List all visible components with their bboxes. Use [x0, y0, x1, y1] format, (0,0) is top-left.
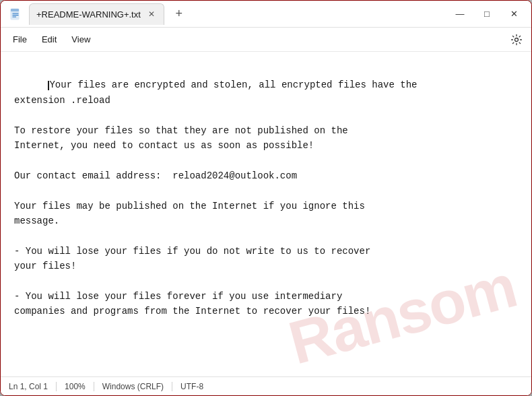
minimize-button[interactable]: — — [448, 5, 472, 24]
tab-area: +README-WARNING+.txt ✕ + — [6, 3, 448, 25]
tab-title: +README-WARNING+.txt — [36, 9, 141, 20]
encoding: UTF-8 — [172, 382, 211, 391]
tab-close-button[interactable]: ✕ — [146, 9, 157, 20]
main-window: +README-WARNING+.txt ✕ + — □ ✕ File Edit… — [0, 0, 532, 396]
menu-file[interactable]: File — [6, 32, 34, 47]
notepad-icon — [6, 5, 25, 24]
line-ending: Windows (CRLF) — [94, 382, 172, 391]
menubar-right — [507, 30, 526, 49]
titlebar: +README-WARNING+.txt ✕ + — □ ✕ — [1, 1, 531, 28]
svg-point-5 — [515, 38, 519, 41]
new-tab-button[interactable]: + — [170, 5, 189, 24]
statusbar: Ln 1, Col 1 100% Windows (CRLF) UTF-8 — [1, 376, 531, 395]
close-button[interactable]: ✕ — [502, 5, 526, 24]
text-editor-content[interactable]: Ransom Your files are encrypted and stol… — [1, 52, 531, 376]
menu-edit[interactable]: Edit — [35, 32, 63, 47]
menubar: File Edit View — [1, 28, 531, 52]
cursor-position: Ln 1, Col 1 — [9, 382, 57, 391]
svg-rect-1 — [11, 9, 19, 11]
menu-view[interactable]: View — [65, 32, 97, 47]
zoom-level: 100% — [57, 382, 94, 391]
active-tab[interactable]: +README-WARNING+.txt ✕ — [29, 3, 164, 25]
settings-icon[interactable] — [507, 30, 526, 49]
maximize-button[interactable]: □ — [475, 5, 499, 24]
editor-text: Your files are encrypted and stolen, all… — [14, 63, 518, 334]
window-controls: — □ ✕ — [448, 5, 526, 24]
